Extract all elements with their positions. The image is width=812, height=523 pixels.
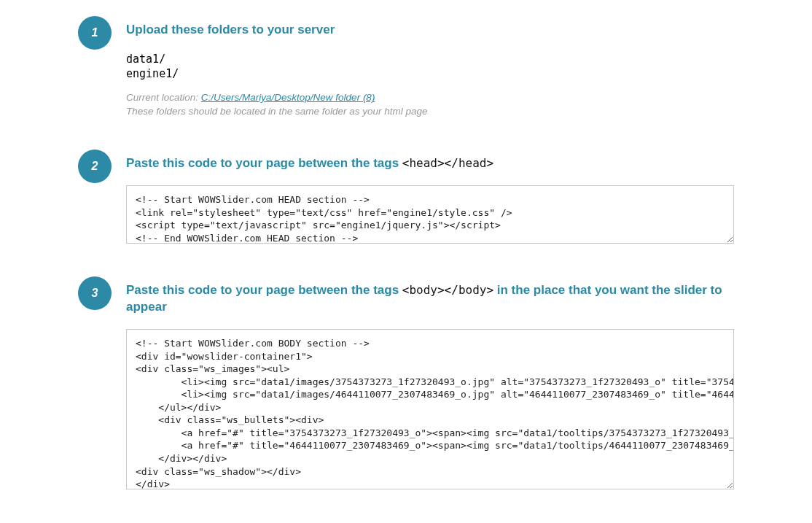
step-2: 2 Paste this code to your page between t… (78, 148, 734, 246)
hint-label: Current location: (126, 92, 201, 103)
step-number: 1 (92, 26, 98, 39)
step-title-prefix: Paste this code to your page between the… (126, 283, 402, 297)
instructions-container: 1 Upload these folders to your server da… (63, 0, 749, 506)
hint-block: Current location: C:/Users/Mariya/Deskto… (126, 91, 734, 119)
step-title-prefix: Upload these folders to your server (126, 23, 335, 36)
location-link[interactable]: C:/Users/Mariya/Desktop/New folder (8) (201, 92, 375, 103)
step-title-prefix: Paste this code to your page between the… (126, 156, 402, 170)
step-title-2: Paste this code to your page between the… (126, 155, 734, 172)
step-body-3: Paste this code to your page between the… (126, 275, 734, 492)
step-badge-2: 2 (78, 150, 112, 183)
step-badge-3: 3 (78, 276, 112, 310)
step-3: 3 Paste this code to your page between t… (78, 275, 734, 492)
head-code-box[interactable] (126, 185, 734, 244)
step-body-1: Upload these folders to your server data… (126, 15, 734, 119)
step-1: 1 Upload these folders to your server da… (78, 15, 734, 119)
step-title-1: Upload these folders to your server (126, 22, 734, 39)
step-body-2: Paste this code to your page between the… (126, 148, 734, 246)
step-number: 3 (92, 287, 98, 300)
step-title-code: <head></head> (402, 156, 493, 170)
step-title-3: Paste this code to your page between the… (126, 282, 734, 316)
hint-line2: These folders should be located in the s… (126, 106, 428, 117)
step-badge-1: 1 (78, 16, 112, 50)
body-code-box[interactable] (126, 329, 734, 489)
step-number: 2 (92, 160, 98, 173)
folder-list: data1/ engine1/ (126, 52, 734, 82)
folder-item: engine1/ (126, 66, 734, 81)
folder-item: data1/ (126, 52, 734, 66)
step-title-code: <body></body> (402, 283, 493, 297)
